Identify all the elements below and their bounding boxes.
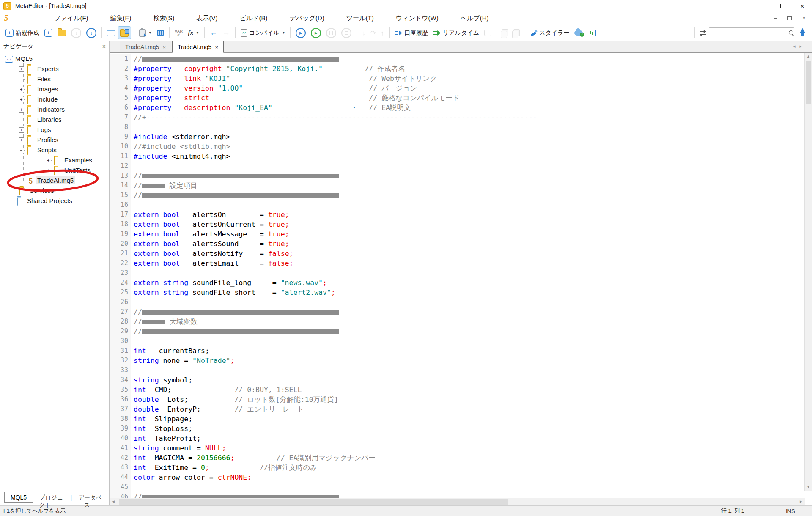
menu-item-7[interactable]: ウィンドウ(W) [385, 12, 450, 25]
code-line[interactable]: 7//+------------------------------------… [110, 113, 805, 122]
help-learn-button[interactable] [797, 27, 809, 39]
tree-item-mql5[interactable]: ‹›MQL5 [0, 54, 109, 64]
expand-icon[interactable]: + [46, 168, 51, 173]
code-line[interactable]: 1// [110, 54, 805, 64]
doc-restore-button[interactable] [786, 14, 793, 22]
code-line[interactable]: 20extern bool alertsSound = true; [110, 239, 805, 249]
save-all-button[interactable]: ↓ [84, 27, 99, 39]
new-file-button[interactable]: + 新規作成 [3, 27, 41, 39]
code-line[interactable]: 44color arrow_color = clrNONE; [110, 472, 805, 482]
menu-item-5[interactable]: デバッグ(D) [279, 12, 335, 25]
code-line[interactable]: 18extern bool alertsOnCurrent = true; [110, 220, 805, 229]
tree-item-services[interactable]: Services [0, 186, 109, 196]
tree-item-tradeai-mq5[interactable]: 5TradeAI.mq5 [0, 176, 109, 186]
code-line[interactable]: 22extern bool alertsEmail = false; [110, 258, 805, 268]
tree-item-shared-projects[interactable]: Shared Projects [0, 196, 109, 206]
minimize-button[interactable] [754, 0, 773, 12]
code-line[interactable]: 38int Slippage; [110, 414, 805, 424]
code-line[interactable]: 40int TakeProfit; [110, 434, 805, 443]
code-line[interactable]: 45 [110, 482, 805, 492]
new-window-button[interactable]: + [42, 27, 55, 39]
editor-tab-1[interactable]: TradeAI.mq5× [172, 41, 224, 53]
scroll-down-icon[interactable]: ▼ [805, 483, 812, 491]
storage-button[interactable]: ✓ [572, 27, 585, 39]
doc-minimize-button[interactable] [771, 14, 779, 22]
debug-start-button[interactable]: ▶ [294, 27, 308, 39]
expand-icon[interactable]: + [19, 127, 24, 133]
expand-icon[interactable]: + [19, 137, 24, 143]
code-line[interactable]: 21extern bool alertsNotify = false; [110, 249, 805, 258]
expand-icon[interactable]: + [19, 97, 24, 102]
code-line[interactable]: 4#property version "1.00" // バージョン [110, 83, 805, 93]
doc-close-button[interactable]: × [800, 14, 808, 22]
code-line[interactable]: 37double EntoryP; // エントリーレート [110, 404, 805, 414]
code-line[interactable]: 24extern string soundFile_long = "news.w… [110, 278, 805, 288]
code-line[interactable]: 2#property copyright "Copyright 2015, Ko… [110, 64, 805, 74]
paste-button[interactable]: ▼ [137, 27, 154, 39]
code-line[interactable]: 8 [110, 122, 805, 132]
code-line[interactable]: 34string symbol; [110, 375, 805, 385]
horizontal-scroll-thumb[interactable] [119, 499, 508, 505]
menu-item-8[interactable]: ヘルプ(H) [450, 12, 500, 25]
stop-button[interactable] [339, 27, 354, 39]
paste-caret-icon[interactable]: ▼ [148, 31, 152, 35]
market-button[interactable] [155, 27, 166, 39]
expand-icon[interactable]: + [19, 87, 24, 92]
tester-button[interactable] [586, 27, 598, 39]
code-line[interactable]: 31int currentBars; [110, 346, 805, 356]
step-over-button[interactable]: ↷ [368, 27, 378, 39]
editor-tab-0[interactable]: TradeAI.mq5× [120, 41, 171, 52]
menu-item-2[interactable]: 検索(S) [143, 12, 186, 25]
styler-button[interactable]: スタイラー [528, 27, 571, 39]
realtime-button[interactable]: リアルタイム [431, 27, 481, 39]
insert-variable-button[interactable]: VAR↙ [173, 27, 185, 39]
code-line[interactable]: 27// [110, 307, 805, 317]
code-line[interactable]: 17extern bool alertsOn = true; [110, 210, 805, 220]
vertical-scrollbar[interactable]: ▲ ▼ [804, 53, 812, 491]
code-line[interactable]: 26 [110, 297, 805, 307]
tab-close-icon[interactable]: × [215, 44, 218, 50]
navigator-tab-プロジェクト[interactable]: プロジェクト [33, 492, 70, 511]
tree-item-include[interactable]: +Include [0, 94, 109, 104]
maximize-button[interactable] [773, 0, 793, 12]
code-line[interactable]: 39int StopLoss; [110, 424, 805, 434]
menu-item-3[interactable]: 表示(V) [186, 12, 229, 25]
tab-close-icon[interactable]: × [162, 44, 166, 50]
copy-result-button[interactable] [500, 27, 510, 39]
tree-item-experts[interactable]: +Experts [0, 64, 109, 74]
menu-item-4[interactable]: ビルド(B) [229, 12, 279, 25]
code-line[interactable]: 28// 大域変数 [110, 317, 805, 327]
tree-item-libraries[interactable]: Libraries [0, 115, 109, 125]
expand-icon[interactable]: + [19, 66, 24, 72]
code-line[interactable]: 29// [110, 327, 805, 336]
tab-scroll-left-icon[interactable]: ◂ [793, 44, 796, 49]
step-out-button[interactable]: ↑ [379, 27, 387, 39]
horizontal-scrollbar[interactable]: ◀ ▶ [110, 498, 805, 505]
save-button[interactable]: ↓ [69, 27, 83, 39]
scroll-left-icon[interactable]: ◀ [110, 498, 117, 505]
tree-item-examples[interactable]: +Examples [0, 155, 109, 165]
menu-item-0[interactable]: ファイル(F) [43, 12, 99, 25]
insert-function-button[interactable]: fx ▼ [186, 27, 201, 39]
code-line[interactable]: 11#include <initmql4.mqh> [110, 151, 805, 161]
tree-item-images[interactable]: +Images [0, 84, 109, 94]
code-line[interactable]: 19extern bool alertsMessage = true; [110, 229, 805, 239]
navigator-tab-データベース[interactable]: データベース [72, 492, 109, 511]
code-line[interactable]: 9#include <stderror.mqh> [110, 132, 805, 142]
expand-icon[interactable]: + [19, 107, 24, 113]
copy-report-button[interactable] [511, 27, 522, 39]
account-history-button[interactable]: 口座履歴 [392, 27, 430, 39]
code-line[interactable]: 12 [110, 161, 805, 171]
code-line[interactable]: 32string none = "NoTrade"; [110, 356, 805, 365]
search-icon[interactable] [789, 30, 793, 35]
pause-button[interactable] [324, 27, 338, 39]
tree-item-profiles[interactable]: +Profiles [0, 135, 109, 145]
code-line[interactable]: 5#property strict // 厳格なコンパイルモード [110, 93, 805, 103]
expand-icon[interactable]: + [46, 158, 51, 163]
tree-item-files[interactable]: Files [0, 74, 109, 84]
back-button[interactable]: ← [208, 27, 219, 39]
navigator-close-icon[interactable]: × [102, 43, 106, 50]
collapse-icon[interactable]: − [19, 148, 24, 153]
code-line[interactable]: 25extern string soundFile_short = "alert… [110, 288, 805, 297]
code-line[interactable]: 3#property link "KOJI" // Webサイトリンク [110, 74, 805, 83]
